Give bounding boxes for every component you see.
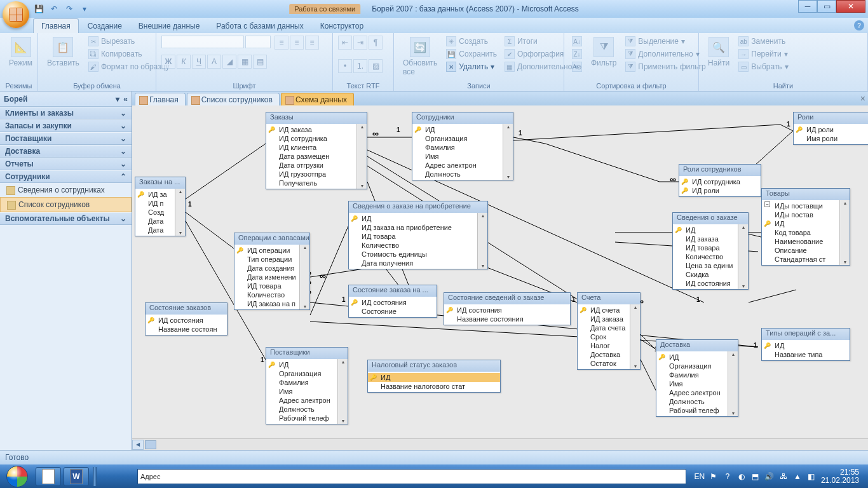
table-field[interactable]: Код товара [762, 228, 850, 237]
bold-icon[interactable]: Ж [161, 55, 175, 69]
table-field[interactable]: ИД операции [234, 246, 309, 255]
table-field[interactable]: ИД [349, 214, 487, 223]
table-field[interactable]: Адрес электрон [656, 388, 738, 397]
table-field[interactable]: Получатель [266, 179, 367, 187]
table-emp_roles[interactable]: Роли сотрудниковИД сотрудникаИД роли [679, 164, 761, 197]
navgroup-header[interactable]: Вспомогательные объекты⌄ [0, 212, 132, 225]
table-tax_status[interactable]: Налоговый статус заказовИДНазвание налог… [367, 360, 501, 393]
font-family-combo[interactable] [161, 36, 244, 48]
filter-button[interactable]: ⧩Фильтр [587, 36, 620, 69]
nav-item[interactable]: Список сотрудников [0, 197, 132, 212]
align-center-icon[interactable]: ≡ [290, 36, 304, 50]
underline-icon[interactable]: Ч [192, 55, 206, 69]
table-field[interactable]: Рабочий телеф [266, 414, 348, 423]
minimize-button[interactable]: ─ [798, 0, 817, 13]
sort-desc-button[interactable]: Z↓ [569, 48, 585, 60]
table-invoices[interactable]: СчетаИД счетаИД заказаДата счетаСрокНало… [577, 292, 641, 370]
doctab-home[interactable]: Главная [135, 93, 186, 105]
table-field[interactable]: Адрес электрон [412, 161, 513, 170]
doctab-employee-list[interactable]: Список сотрудников [187, 93, 280, 105]
undo-icon[interactable]: ↶ [48, 3, 60, 15]
table-order_details[interactable]: Сведения о заказеИДИД заказаИД товараКол… [672, 212, 749, 290]
table-employees[interactable]: СотрудникиИДОрганизацияФамилияИмяАдрес э… [412, 112, 513, 180]
table-field[interactable]: ИД [412, 125, 513, 134]
table-field[interactable]: Дата получения [349, 259, 487, 268]
highlight-icon[interactable]: ▨ [369, 59, 383, 73]
start-button[interactable] [0, 464, 34, 488]
table-scrollbar[interactable] [630, 304, 640, 369]
navgroup-header[interactable]: Поставщики⌄ [0, 132, 132, 145]
relationships-canvas[interactable]: 1∞ 1∞ 1∞ 1∞ ∞∞ 1∞ ∞∞ 1∞ 1 1∞ 1∞ 1∞ 1∞ 1 … [132, 105, 868, 450]
table-field[interactable]: Адрес электрон [266, 396, 348, 405]
navgroup-header[interactable]: Сотрудники⌃ [0, 170, 132, 183]
nav-item[interactable]: Сведения о сотрудниках [0, 183, 132, 197]
table-field[interactable]: Состояние [349, 307, 437, 316]
help-icon[interactable]: ? [854, 20, 864, 30]
close-button[interactable]: ✕ [836, 0, 865, 13]
font-color-icon[interactable]: A [207, 55, 221, 69]
tray-icon-1[interactable]: ◐ [737, 472, 746, 481]
navgroup-header[interactable]: Отчеты⌄ [0, 158, 132, 170]
table-scrollbar[interactable] [728, 351, 738, 416]
table-scrollbar[interactable] [503, 124, 513, 180]
ribbon-tab-design[interactable]: Конструктор [313, 19, 371, 33]
table-products[interactable]: Товары−ИДы поставщиИДы поставИДКод товар… [761, 188, 850, 266]
table-field[interactable]: ИД роли [679, 186, 761, 195]
view-button[interactable]: 📐Режим [5, 36, 36, 69]
table-field[interactable]: ИДы поставщи [762, 201, 850, 210]
align-right-icon[interactable]: ≡ [305, 36, 319, 50]
table-field[interactable]: Должность [412, 170, 513, 179]
new-record-button[interactable]: ✳Создать [444, 36, 499, 47]
table-po_status[interactable]: Состояние заказа на ...ИД состоянияСосто… [348, 285, 437, 318]
navpane-header[interactable]: Борей ▾« [0, 92, 132, 107]
table-field[interactable]: ИД заказа на п [234, 299, 309, 308]
table-od_status[interactable]: Состояние сведений о заказеИД состоянияН… [444, 292, 571, 325]
office-button[interactable] [3, 1, 29, 28]
table-field[interactable]: ИД сотрудника [679, 177, 761, 186]
ribbon-tab-home[interactable]: Главная [33, 18, 79, 33]
table-field[interactable]: Рабочий телеф [656, 406, 738, 415]
close-tab-icon[interactable]: × [860, 93, 865, 104]
table-field[interactable]: Название состояния [444, 315, 570, 323]
ltr-icon[interactable]: ¶ [369, 36, 383, 50]
font-size-combo[interactable] [245, 36, 271, 48]
table-field[interactable]: ИД состояния [146, 316, 227, 325]
table-field[interactable]: ИД товара [673, 243, 748, 252]
table-field[interactable]: Имя роли [794, 134, 868, 143]
table-field[interactable]: ИД заказа [673, 234, 748, 243]
help-tray-icon[interactable]: ? [723, 472, 732, 481]
taskbar-word[interactable]: W [64, 467, 89, 486]
table-title[interactable]: Состояние заказа на ... [349, 285, 437, 297]
table-title[interactable]: Заказы [266, 112, 367, 124]
table-field[interactable]: ИД состояния [444, 306, 570, 315]
increase-indent-icon[interactable]: ⇥ [353, 36, 367, 50]
table-title[interactable]: Типы операций с за... [762, 329, 850, 340]
table-title[interactable]: Доставка [656, 340, 738, 351]
fill-color-icon[interactable]: ◢ [222, 55, 236, 69]
paste-button[interactable]: 📋Вставить [43, 36, 83, 69]
table-field[interactable]: Организация [266, 369, 348, 378]
horizontal-scrollbar[interactable]: ◀ [132, 438, 868, 450]
table-title[interactable]: Налоговый статус заказов [368, 360, 500, 372]
table-field[interactable]: Название налогового стат [368, 382, 500, 391]
select-button[interactable]: ▭Выбрать ▾ [736, 61, 790, 72]
table-field[interactable]: ИД товара [349, 232, 487, 241]
scroll-thumb[interactable] [145, 440, 156, 449]
qat-dropdown-icon[interactable]: ▾ [79, 3, 90, 15]
table-scrollbar[interactable] [477, 213, 487, 269]
clock[interactable]: 21:5521.02.2013 [821, 468, 863, 485]
table-field[interactable]: Имя [266, 387, 348, 396]
align-left-icon[interactable]: ≡ [275, 36, 288, 50]
network-icon[interactable]: 🖧 [779, 472, 788, 481]
table-field[interactable]: Дата создания [234, 264, 309, 273]
table-field[interactable]: ИД товара [234, 281, 309, 290]
replace-button[interactable]: abЗаменить [736, 36, 790, 47]
maximize-button[interactable]: ▭ [817, 0, 836, 13]
table-field[interactable]: Имя [656, 379, 738, 388]
clear-sort-button[interactable]: A⊘ [569, 61, 585, 72]
table-field[interactable]: Тип операции [234, 255, 309, 264]
selection-filter-button[interactable]: ⧩Выделение ▾ [623, 36, 708, 47]
table-title[interactable]: Сотрудники [412, 112, 513, 124]
table-field[interactable]: ИД [656, 353, 738, 362]
table-field[interactable]: Описание [762, 246, 850, 255]
